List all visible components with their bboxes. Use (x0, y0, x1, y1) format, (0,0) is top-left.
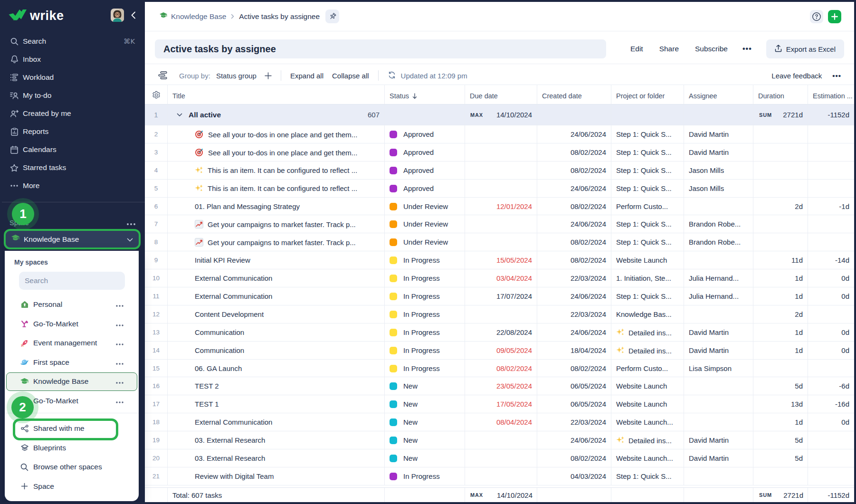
task-project-cell[interactable]: Step 1: Quick S... (611, 287, 684, 305)
task-due-cell[interactable] (465, 431, 537, 449)
task-project-cell[interactable]: Website Launch... (611, 413, 684, 431)
task-status-cell[interactable]: Under Review (385, 233, 465, 251)
task-row[interactable]: 9Initial KPI ReviewIn Progress15/05/2024… (145, 251, 854, 269)
task-title-cell[interactable]: 03. External Research (168, 449, 385, 467)
space-item-more-icon[interactable] (116, 320, 124, 328)
task-title-cell[interactable]: External Communication (168, 287, 385, 305)
task-due-cell[interactable] (465, 143, 537, 162)
task-status-cell[interactable]: Approved (385, 125, 465, 143)
task-project-cell[interactable]: Website Launch... (611, 449, 684, 467)
collapse-all-button[interactable]: Collapse all (332, 72, 369, 80)
task-row[interactable]: 10External CommunicationIn Progress03/04… (145, 269, 854, 287)
export-as-excel-button[interactable]: Export as Excel (766, 39, 844, 58)
task-project-cell[interactable]: Step 1: Quick S... (611, 233, 684, 251)
popup-item-shared-with-me[interactable]: Shared with me (5, 419, 139, 438)
task-due-cell[interactable]: 09/05/2024 (465, 342, 537, 360)
task-title-cell[interactable]: TEST 2 (168, 377, 385, 395)
task-row[interactable]: 601. Plan and Messaging StrategyUnder Re… (145, 198, 854, 216)
task-project-cell[interactable]: Step 1: Quick S... (611, 467, 684, 485)
task-project-cell[interactable]: Website Launch (611, 377, 684, 395)
task-title-cell[interactable]: Communication (168, 342, 385, 360)
task-status-cell[interactable]: Under Review (385, 215, 465, 233)
task-row[interactable]: 13CommunicationIn Progress22/08/202424/0… (145, 323, 854, 342)
collapse-sidebar-icon[interactable] (127, 10, 139, 21)
task-assignee-cell[interactable]: David Martin (684, 431, 753, 449)
task-assignee-cell[interactable] (684, 467, 753, 485)
task-title-cell[interactable]: This is an item. It can be configured to… (168, 180, 385, 198)
popup-item-space[interactable]: Space (5, 477, 139, 496)
column-header-title[interactable]: Title (168, 85, 385, 105)
task-row[interactable]: 14CommunicationIn Progress09/05/202418/0… (145, 342, 854, 360)
task-assignee-cell[interactable] (684, 251, 753, 269)
space-selector-button[interactable]: Knowledge Base (4, 229, 141, 249)
task-row[interactable]: 17TEST 1New17/05/202406/05/2024Website L… (145, 395, 854, 413)
task-title-cell[interactable]: Initial KPI Review (168, 251, 385, 269)
task-due-cell[interactable] (465, 449, 537, 467)
task-assignee-cell[interactable]: Jason Mills (684, 180, 753, 198)
sidebar-item-starred-tasks[interactable]: Starred tasks (0, 159, 145, 177)
collapse-group-icon[interactable] (177, 113, 182, 117)
task-project-cell[interactable]: Step 1: Quick S... (611, 180, 684, 198)
task-row[interactable]: 7Get your campaigns to market faster. Tr… (145, 215, 854, 233)
wrike-logo[interactable]: wrike (8, 9, 64, 23)
task-assignee-cell[interactable]: David Martin (684, 125, 753, 143)
task-project-cell[interactable]: Perform Custo... (611, 198, 684, 216)
task-due-cell[interactable]: 23/05/2024 (465, 377, 537, 395)
space-item-more-icon[interactable] (116, 397, 124, 405)
task-assignee-cell[interactable]: David Martin (684, 342, 753, 360)
avatar[interactable] (111, 9, 124, 22)
task-status-cell[interactable]: In Progress (385, 251, 465, 269)
task-status-cell[interactable]: Under Review (385, 198, 465, 216)
pin-button[interactable] (325, 10, 339, 23)
task-project-cell[interactable]: Step 1: Quick S... (611, 125, 684, 143)
task-row[interactable]: 12Content DevelopmentIn Progress22/03/20… (145, 305, 854, 323)
task-due-cell[interactable]: 17/07/2024 (465, 287, 537, 305)
task-title-cell[interactable]: See all your to-dos in one place and get… (168, 143, 385, 162)
space-item-knowledge-base[interactable]: Knowledge Base (5, 372, 139, 391)
task-status-cell[interactable]: In Progress (385, 360, 465, 378)
sidebar-item-created-by-me[interactable]: Created by me (0, 105, 145, 123)
task-status-cell[interactable]: New (385, 449, 465, 467)
task-status-cell[interactable]: In Progress (385, 305, 465, 323)
task-project-cell[interactable]: Step 1: Quick S... (611, 162, 684, 180)
sidebar-item-my-to-do[interactable]: My to-do (0, 86, 145, 105)
task-assignee-cell[interactable]: Lisa Simpson (684, 360, 753, 378)
task-due-cell[interactable]: 08/04/2024 (465, 413, 537, 431)
task-title-cell[interactable]: TEST 1 (168, 395, 385, 413)
table-settings-header[interactable] (145, 85, 168, 105)
task-title-cell[interactable]: This is an item. It can be configured to… (168, 162, 385, 180)
task-row[interactable]: 8Get your campaigns to market faster. Tr… (145, 233, 854, 251)
add-new-button[interactable] (828, 10, 841, 23)
breadcrumb-space-link[interactable]: Knowledge Base (171, 12, 226, 21)
task-title-cell[interactable]: Communication (168, 323, 385, 342)
task-due-cell[interactable] (465, 233, 537, 251)
task-project-cell[interactable]: Detailed ins... (611, 323, 684, 342)
space-section-more-icon[interactable] (127, 219, 135, 227)
task-title-cell[interactable]: Get your campaigns to market faster. Tra… (168, 215, 385, 233)
task-row[interactable]: 16TEST 2New23/05/202406/05/2024Website L… (145, 377, 854, 395)
group-row-all-active[interactable]: 1All active607MAX14/10/2024SUM2721d-1152… (145, 105, 854, 125)
task-project-cell[interactable]: Step 1: Quick S... (611, 215, 684, 233)
subscribe-button[interactable]: Subscribe (695, 45, 728, 53)
task-due-cell[interactable] (465, 162, 537, 180)
group-by-value[interactable]: Status group (216, 72, 257, 80)
space-item-go-to-market[interactable]: Go-To-Market (5, 314, 139, 334)
add-group-by-icon[interactable] (265, 72, 272, 79)
space-item-personal[interactable]: Personal (5, 295, 139, 314)
space-item-more-icon[interactable] (116, 300, 124, 309)
space-item-event-management[interactable]: Event management (5, 333, 139, 353)
task-title-cell[interactable]: 06. GA Launch (168, 360, 385, 378)
task-title-cell[interactable]: Review with Digital Team (168, 467, 385, 485)
task-project-cell[interactable]: Detailed ins... (611, 342, 684, 360)
task-status-cell[interactable]: In Progress (385, 287, 465, 305)
task-row[interactable]: 1506. GA LaunchIn Progress08/02/202408/0… (145, 360, 854, 378)
task-due-cell[interactable] (465, 180, 537, 198)
task-assignee-cell[interactable] (684, 413, 753, 431)
column-header-assignee[interactable]: Assignee (684, 85, 753, 105)
task-project-cell[interactable]: Website Launch (611, 395, 684, 413)
expand-all-button[interactable]: Expand all (290, 72, 323, 80)
task-due-cell[interactable]: 15/05/2024 (465, 251, 537, 269)
task-due-cell[interactable]: 22/08/2024 (465, 323, 537, 342)
task-status-cell[interactable]: Approved (385, 162, 465, 180)
task-due-cell[interactable] (465, 125, 537, 143)
